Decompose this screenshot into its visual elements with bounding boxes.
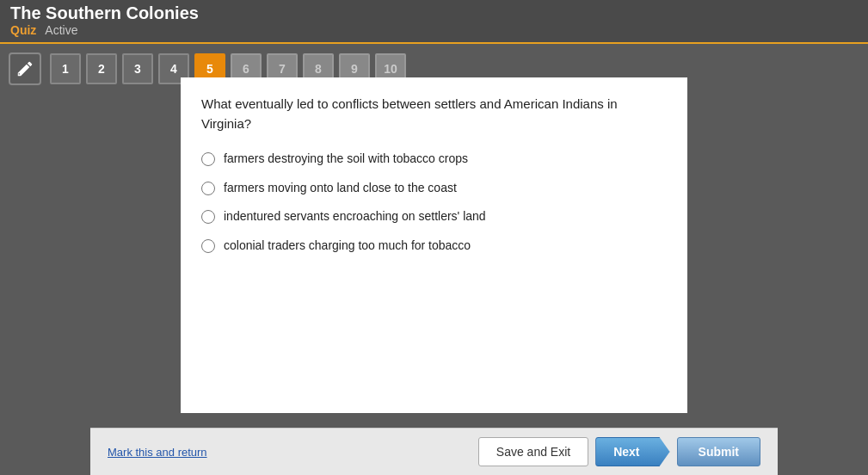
next-button[interactable]: Next <box>595 437 669 466</box>
option-label-a[interactable]: farmers destroying the soil with tobacco… <box>224 151 468 168</box>
page-title: The Southern Colonies <box>10 3 858 23</box>
answer-option-a[interactable]: farmers destroying the soil with tobacco… <box>201 151 667 168</box>
top-bar: The Southern Colonies Quiz Active 123456… <box>0 0 868 77</box>
footer-buttons: Save and Exit Next Submit <box>478 437 760 466</box>
question-area: What eventually led to conflicts between… <box>181 77 687 413</box>
mark-return-button[interactable]: Mark this and return <box>108 446 207 459</box>
option-label-d[interactable]: colonial traders charging too much for t… <box>224 238 471 255</box>
page-btn-1[interactable]: 1 <box>50 53 81 84</box>
question-text: What eventually led to conflicts between… <box>201 95 667 133</box>
main-content: What eventually led to conflicts between… <box>90 77 778 428</box>
submit-button[interactable]: Submit <box>677 437 760 466</box>
header-meta: Quiz Active <box>10 23 858 37</box>
pencil-icon <box>15 59 34 78</box>
answer-option-b[interactable]: farmers moving onto land close to the co… <box>201 180 667 197</box>
radio-c[interactable] <box>201 210 215 224</box>
answer-option-c[interactable]: indentured servants encroaching on settl… <box>201 208 667 225</box>
save-exit-button[interactable]: Save and Exit <box>478 437 588 466</box>
pencil-button[interactable] <box>9 52 41 85</box>
option-label-c[interactable]: indentured servants encroaching on settl… <box>224 208 486 225</box>
active-label: Active <box>45 23 77 37</box>
answer-options: farmers destroying the soil with tobacco… <box>201 151 667 254</box>
quiz-label: Quiz <box>10 23 36 37</box>
footer-bar: Mark this and return Save and Exit Next … <box>90 428 778 475</box>
answer-option-d[interactable]: colonial traders charging too much for t… <box>201 238 667 255</box>
radio-d[interactable] <box>201 239 215 253</box>
option-label-b[interactable]: farmers moving onto land close to the co… <box>224 180 457 197</box>
radio-b[interactable] <box>201 182 215 195</box>
radio-a[interactable] <box>201 152 215 166</box>
header: The Southern Colonies Quiz Active <box>0 0 868 44</box>
